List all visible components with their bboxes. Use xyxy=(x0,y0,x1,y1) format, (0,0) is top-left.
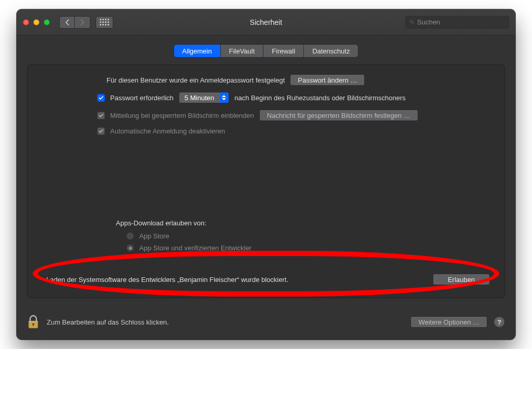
nav-buttons xyxy=(59,16,90,29)
chevron-left-icon xyxy=(65,19,70,25)
check-icon xyxy=(98,128,104,134)
check-icon xyxy=(98,113,104,118)
chevron-right-icon xyxy=(80,19,85,25)
search-field[interactable] xyxy=(405,16,509,29)
close-button[interactable] xyxy=(23,19,29,25)
require-password-checkbox[interactable] xyxy=(97,94,105,102)
radio-appstore xyxy=(126,232,134,240)
check-icon xyxy=(98,95,104,101)
select-arrows-icon xyxy=(219,92,229,103)
disable-autologin-checkbox xyxy=(97,127,105,135)
content-area: Allgemein FileVault Firewall Datenschutz… xyxy=(17,35,515,306)
tab-bar-wrap: Allgemein FileVault Firewall Datenschutz xyxy=(27,45,505,57)
forward-button[interactable] xyxy=(75,16,90,29)
lock-message-checkbox xyxy=(97,112,105,119)
lock-area: Zum Bearbeiten auf das Schloss klicken. xyxy=(27,315,404,329)
svg-line-1 xyxy=(413,23,414,24)
radio-appstore-label: App Store xyxy=(139,232,169,240)
titlebar: Sicherheit xyxy=(17,9,515,35)
tab-allgemein[interactable]: Allgemein xyxy=(174,45,221,57)
show-all-button[interactable] xyxy=(96,16,113,29)
blocked-software-text: Laden der Systemsoftware des Entwicklers… xyxy=(42,276,425,284)
traffic-lights xyxy=(23,19,50,25)
grid-icon xyxy=(100,19,109,25)
allow-button[interactable]: Erlauben xyxy=(433,274,490,285)
set-lock-message-button: Nachricht für gesperrten Bildschirm fest… xyxy=(259,110,418,121)
login-password-text: Für diesen Benutzer wurde ein Anmeldepas… xyxy=(107,76,285,84)
maximize-button[interactable] xyxy=(44,19,50,25)
more-options-button: Weitere Optionen … xyxy=(410,316,487,328)
lock-button[interactable] xyxy=(27,315,39,329)
lock-icon xyxy=(27,315,39,329)
change-password-button[interactable]: Passwort ändern … xyxy=(290,74,365,86)
require-password-row: Passwort erforderlich 5 Minuten nach Beg… xyxy=(39,92,493,103)
lock-message-row: Mitteilung bei gesperrtem Bildschirm ein… xyxy=(39,110,493,121)
tab-filevault[interactable]: FileVault xyxy=(221,45,264,57)
lock-message-label: Mitteilung bei gesperrtem Bildschirm ein… xyxy=(110,112,254,119)
allow-apps-option-identified: App Store und verifizierten Entwickler xyxy=(39,244,493,252)
search-icon xyxy=(410,19,414,25)
allow-apps-label: Apps-Download erlauben von: xyxy=(116,219,493,227)
tab-bar: Allgemein FileVault Firewall Datenschutz xyxy=(174,45,358,57)
login-password-row: Für diesen Benutzer wurde ein Anmeldepas… xyxy=(39,74,493,86)
lock-hint-text: Zum Bearbeiten auf das Schloss klicken. xyxy=(47,318,169,326)
search-field-wrap xyxy=(405,16,509,29)
preferences-window: Sicherheit Allgemein FileVault Firewall … xyxy=(17,9,515,340)
search-input[interactable] xyxy=(417,18,504,26)
require-password-delay-value: 5 Minuten xyxy=(179,92,219,103)
blocked-software-row: Laden der Systemsoftware des Entwicklers… xyxy=(42,274,490,285)
back-button[interactable] xyxy=(59,16,75,29)
disable-autologin-row: Automatische Anmeldung deaktivieren xyxy=(39,127,493,135)
require-password-suffix: nach Beginn des Ruhezustands oder Bildsc… xyxy=(234,94,406,102)
radio-identified-dev-label: App Store und verifizierten Entwickler xyxy=(139,244,251,252)
general-panel: Für diesen Benutzer wurde ein Anmeldepas… xyxy=(27,64,505,298)
allow-apps-option-appstore: App Store xyxy=(39,232,493,240)
footer: Zum Bearbeiten auf das Schloss klicken. … xyxy=(17,306,515,340)
tab-datenschutz[interactable]: Datenschutz xyxy=(304,45,358,57)
require-password-prefix: Passwort erforderlich xyxy=(110,94,174,102)
radio-identified-dev xyxy=(126,244,134,252)
tab-firewall[interactable]: Firewall xyxy=(263,45,304,57)
require-password-delay-select[interactable]: 5 Minuten xyxy=(179,92,229,103)
svg-rect-5 xyxy=(33,324,34,326)
disable-autologin-label: Automatische Anmeldung deaktivieren xyxy=(110,127,225,135)
help-button[interactable]: ? xyxy=(494,316,505,328)
minimize-button[interactable] xyxy=(33,19,39,25)
